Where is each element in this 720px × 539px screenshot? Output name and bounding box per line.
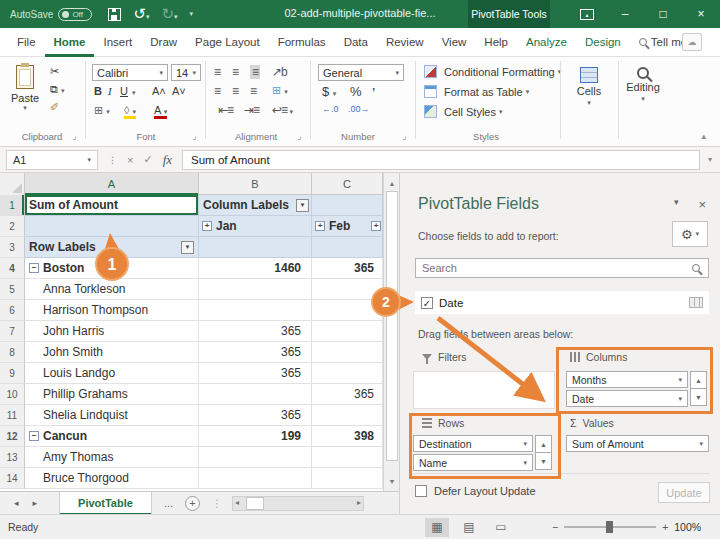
underline-button[interactable]: U (120, 85, 128, 97)
font-size-select[interactable]: 14▾ (171, 64, 201, 81)
column-labels-filter-icon[interactable]: ▼ (296, 199, 309, 212)
middle-align-icon[interactable]: ≡ (232, 65, 238, 79)
cell-b7[interactable]: 365 (199, 321, 312, 342)
format-as-table-button[interactable]: Format as Table ▾ (424, 85, 529, 98)
confirm-entry-icon[interactable]: ✓ (143, 153, 152, 166)
cell-a2[interactable] (25, 216, 199, 237)
cell-a5[interactable]: Anna Torkleson (25, 279, 199, 300)
column-header-b[interactable]: B (199, 173, 312, 195)
horizontal-scrollbar[interactable]: ◂ ▸ (232, 496, 364, 511)
align-left-icon[interactable]: ≡ (214, 84, 220, 98)
cell-a6[interactable]: Harrison Thompson (25, 300, 199, 321)
row-header-5[interactable]: 5 (0, 279, 25, 300)
normal-view-icon[interactable]: ▦ (425, 518, 449, 537)
ribbon-display-options-button[interactable]: ▴ (568, 0, 606, 28)
horizontal-scroll-thumb[interactable] (246, 497, 264, 510)
column-header-c[interactable]: C (312, 173, 383, 195)
tab-formulas[interactable]: Formulas (269, 28, 335, 57)
maximize-button[interactable]: □ (644, 0, 682, 28)
page-layout-view-icon[interactable]: ▤ (457, 518, 481, 537)
rows-field-destination[interactable]: Destination▾ (413, 435, 533, 452)
cell-c11[interactable] (312, 405, 383, 426)
cell-styles-button[interactable]: Cell Styles ▾ (424, 105, 502, 118)
close-button[interactable]: × (682, 0, 720, 28)
collapse-icon-cancun[interactable]: − (29, 431, 39, 441)
paste-button[interactable]: Paste ▾ (8, 63, 42, 125)
cut-button[interactable]: ✂ (50, 65, 59, 78)
cell-c6[interactable] (312, 300, 383, 321)
search-input[interactable] (416, 262, 692, 274)
feb-expand-icon[interactable]: + (315, 221, 325, 231)
scroll-down-icon[interactable]: ▼ (384, 473, 399, 489)
tab-insert[interactable]: Insert (94, 28, 141, 57)
cell-a3[interactable]: Row Labels ▼ (25, 237, 199, 258)
tools-button[interactable]: ⚙ ▾ (672, 221, 708, 247)
row-header-8[interactable]: 8 (0, 342, 25, 363)
column-header-a[interactable]: A (25, 173, 199, 195)
cell-a1-selected[interactable]: Sum of Amount (25, 195, 199, 216)
cell-a14[interactable]: Bruce Thorgood (25, 468, 199, 489)
zoom-in-icon[interactable]: + (662, 521, 668, 533)
row-header-4[interactable]: 4 (0, 258, 25, 279)
rows-spin-down-icon[interactable]: ▼ (535, 452, 552, 470)
cell-a13[interactable]: Amy Thomas (25, 447, 199, 468)
tab-review[interactable]: Review (377, 28, 433, 57)
columns-spin-down-icon[interactable]: ▼ (690, 388, 707, 406)
pane-close-icon[interactable]: × (698, 197, 706, 212)
grow-font-button[interactable]: A˄ (152, 85, 166, 97)
date-checkbox[interactable]: ✓ (421, 297, 433, 309)
hscroll-left-icon[interactable]: ◂ (235, 498, 239, 507)
tab-file[interactable]: File (8, 28, 45, 57)
vertical-scroll-thumb[interactable] (386, 191, 398, 461)
number-format-select[interactable]: General▾ (318, 64, 404, 81)
jan-expand-icon[interactable]: + (202, 221, 212, 231)
center-icon[interactable]: ≡ (232, 84, 238, 98)
decrease-indent-icon[interactable]: ⇤≡ (218, 103, 233, 117)
tab-draw[interactable]: Draw (141, 28, 186, 57)
more-sheets-icon[interactable]: ... (164, 497, 173, 509)
cell-a9[interactable]: Louis Landgo (25, 363, 199, 384)
page-break-view-icon[interactable]: ▭ (489, 518, 513, 537)
columns-field-date[interactable]: Date▾ (566, 390, 688, 407)
orientation-icon[interactable]: ↗b (272, 65, 287, 79)
cell-c8[interactable] (312, 342, 383, 363)
cell-b2[interactable]: + Jan (199, 216, 312, 237)
row-header-7[interactable]: 7 (0, 321, 25, 342)
accounting-format-button[interactable]: $ ▾ (322, 84, 336, 99)
top-align-icon[interactable]: ≡ (214, 65, 220, 79)
cell-b4[interactable]: 1460 (199, 258, 312, 279)
bold-button[interactable]: B (94, 85, 102, 97)
row-header-2[interactable]: 2 (0, 216, 25, 237)
filters-drop-area[interactable] (413, 371, 555, 409)
cell-b10[interactable] (199, 384, 312, 405)
wrap-text-icon[interactable]: ↩≡ ▾ (272, 103, 292, 117)
cell-c9[interactable] (312, 363, 383, 384)
sheet-tab-pivottable[interactable]: PivotTable (59, 492, 152, 515)
row-header-12[interactable]: 12 (0, 426, 25, 447)
alignment-dialog-launcher[interactable]: ⌟ (297, 131, 301, 141)
insert-function-icon[interactable]: fx (163, 152, 172, 168)
cell-a8[interactable]: John Smith (25, 342, 199, 363)
underline-caret-icon[interactable]: ▾ (132, 89, 136, 97)
row-header-10[interactable]: 10 (0, 384, 25, 405)
comma-style-button[interactable]: ’ (372, 84, 375, 101)
rows-spin-up-icon[interactable]: ▲ (535, 435, 552, 453)
hscroll-right-icon[interactable]: ▸ (357, 498, 361, 507)
row-header-13[interactable]: 13 (0, 447, 25, 468)
cell-a10[interactable]: Phillip Grahams (25, 384, 199, 405)
sheet-nav-left-icon[interactable]: ◂ (14, 498, 19, 508)
tab-analyze[interactable]: Analyze (517, 28, 576, 57)
percent-style-button[interactable]: % (350, 84, 362, 99)
vertical-scrollbar[interactable]: ▲ ▼ (383, 173, 399, 491)
editing-button[interactable]: Editing ▾ (620, 63, 666, 125)
number-dialog-launcher[interactable]: ⌟ (402, 131, 406, 141)
cell-a4[interactable]: −Boston (25, 258, 199, 279)
rows-field-name[interactable]: Name▾ (413, 454, 533, 471)
borders-button[interactable]: ⊞ ▾ (94, 104, 110, 117)
values-field-sum-of-amount[interactable]: Sum of Amount▾ (566, 435, 709, 452)
row-header-6[interactable]: 6 (0, 300, 25, 321)
cell-b3[interactable] (199, 237, 312, 258)
bottom-align-icon[interactable]: ≡ (250, 65, 260, 79)
next-group-expand-icon[interactable]: + (371, 221, 381, 231)
cell-c1[interactable] (312, 195, 383, 216)
